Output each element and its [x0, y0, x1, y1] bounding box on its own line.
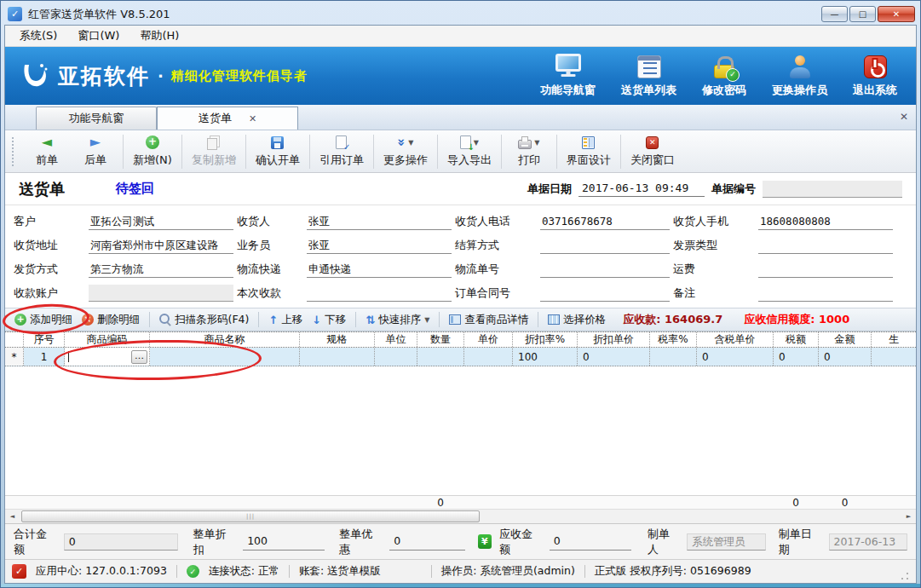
lookup-ellipsis-button[interactable]: …	[131, 350, 147, 364]
cell-discount-rate[interactable]: 100	[513, 348, 578, 366]
salesman-field[interactable]: 张亚	[307, 237, 452, 254]
col-cutoff[interactable]: 生	[872, 332, 916, 347]
tab-close-icon[interactable]: ✕	[249, 113, 256, 124]
select-price-button[interactable]: 选择价格	[545, 311, 608, 329]
cell-tax-rate[interactable]	[650, 348, 697, 366]
close-button[interactable]: ✕	[878, 6, 915, 22]
quick-sort-label: 快速排序	[378, 313, 421, 327]
invoice-field[interactable]	[758, 237, 893, 254]
col-price[interactable]: 单价	[464, 332, 513, 347]
col-product-code[interactable]: 商品编码	[65, 332, 150, 347]
import-export-button[interactable]: ▼ 导入导出	[441, 133, 498, 170]
quick-sort-button[interactable]: ⇅ 快速排序 ▼	[363, 311, 432, 329]
logistics-field[interactable]: 申通快递	[307, 261, 452, 278]
doc-discount-field[interactable]: 100	[243, 533, 325, 551]
receivable-amount-field[interactable]: 0	[550, 533, 631, 551]
col-discount-rate[interactable]: 折扣率%	[513, 332, 578, 347]
switch-operator-button[interactable]: 更换操作员	[772, 55, 827, 98]
waybill-field[interactable]	[540, 261, 670, 278]
power-icon	[864, 55, 887, 78]
change-password-button[interactable]: 修改密码	[702, 55, 746, 98]
exit-system-button[interactable]: 退出系统	[853, 55, 897, 98]
confirm-button[interactable]: 确认开单	[250, 133, 306, 170]
account-label: 收款账户	[14, 285, 85, 301]
cell-tax[interactable]: 0	[774, 348, 819, 366]
connection-ok-icon: ✓	[187, 565, 199, 578]
copy-new-button[interactable]: 复制新增	[186, 133, 242, 170]
cross-circle-icon: ×	[82, 314, 94, 326]
scan-barcode-button[interactable]: 扫描条形码(F4)	[157, 311, 251, 329]
address-field[interactable]: 河南省郑州市中原区建设路	[89, 237, 233, 254]
col-tax-price[interactable]: 含税单价	[697, 332, 774, 347]
cell-cutoff[interactable]	[872, 348, 916, 366]
col-spec[interactable]: 规格	[300, 332, 375, 347]
nav-window-button[interactable]: 功能导航窗	[540, 54, 596, 98]
cell-unit[interactable]	[375, 348, 417, 366]
cell-seq[interactable]: 1	[24, 348, 65, 366]
move-up-button[interactable]: ↑ 上移	[266, 311, 305, 329]
delivery-list-button[interactable]: 送货单列表	[621, 55, 676, 98]
menu-help[interactable]: 帮助(H)	[132, 26, 187, 46]
col-product-name[interactable]: 商品名称	[150, 332, 300, 347]
col-unit[interactable]: 单位	[375, 332, 417, 347]
col-seq[interactable]: 序号	[24, 332, 65, 347]
yen-icon[interactable]: ¥	[478, 534, 492, 549]
grid-row-1[interactable]: * 1 … 100 0 0 0 0	[5, 348, 916, 366]
delete-detail-button[interactable]: × 删除明细	[79, 311, 142, 329]
doc-no-field	[763, 181, 902, 198]
doc-date-field[interactable]: 2017-06-13 09:49	[579, 182, 705, 197]
scrollbar-thumb[interactable]: |||	[21, 510, 480, 522]
close-window-button[interactable]: ✕ 关闭窗口	[625, 133, 681, 170]
credit-limit-label: 应收信用额度:	[744, 313, 815, 326]
prev-doc-button[interactable]: ◄ 前单	[23, 133, 71, 170]
cell-amount[interactable]: 0	[819, 348, 872, 366]
remark-field[interactable]	[758, 285, 893, 302]
tab-nav-window[interactable]: 功能导航窗	[36, 107, 157, 130]
move-down-button[interactable]: ↓ 下移	[309, 311, 348, 329]
arrow-right-icon: ►	[90, 135, 101, 149]
cell-qty[interactable]	[417, 348, 464, 366]
phone-field[interactable]: 03716678678	[540, 213, 670, 230]
cell-product-code-editor[interactable]: …	[65, 348, 150, 366]
tab-delivery-note[interactable]: 送货单 ✕	[157, 107, 298, 130]
mobile-field[interactable]: 18608080808	[758, 213, 893, 230]
ref-order-button[interactable]: 引用订单	[314, 133, 370, 170]
contract-field[interactable]	[540, 285, 670, 302]
ui-design-button[interactable]: 界面设计	[561, 133, 617, 170]
cell-spec[interactable]	[300, 348, 375, 366]
cell-price[interactable]	[464, 348, 513, 366]
cell-discount-price[interactable]: 0	[578, 348, 650, 366]
add-detail-button[interactable]: + 添加明细	[12, 311, 75, 329]
more-actions-button[interactable]: »▼ 更多操作	[377, 133, 434, 170]
scroll-left-button[interactable]: ◄	[5, 510, 20, 523]
minimize-button[interactable]: —	[821, 6, 848, 22]
doc-offer-field[interactable]: 0	[389, 533, 465, 551]
print-button[interactable]: ▼ 打印	[505, 133, 553, 170]
consignee-field[interactable]: 张亚	[307, 213, 452, 230]
new-button[interactable]: + 新增(N)	[127, 133, 178, 170]
ship-method-field[interactable]: 第三方物流	[89, 261, 233, 278]
col-tax-rate[interactable]: 税率%	[650, 332, 697, 347]
next-doc-button[interactable]: ► 后单	[72, 133, 119, 170]
payment-field[interactable]	[307, 285, 452, 302]
cell-product-name[interactable]	[150, 348, 300, 366]
resize-grip[interactable]	[901, 572, 909, 580]
col-qty[interactable]: 数量	[417, 332, 464, 347]
tabstrip-close-icon[interactable]: ✕	[900, 111, 908, 123]
toolbar-grip[interactable]	[12, 137, 15, 166]
settle-field[interactable]	[540, 237, 670, 254]
grid-header-row: 序号 商品编码 商品名称 规格 单位 数量 单价 折扣率% 折扣单价 税率% 含…	[5, 331, 916, 348]
scrollbar-track[interactable]: |||	[20, 510, 901, 523]
toolbar-separator	[501, 135, 502, 169]
customer-field[interactable]: 亚拓公司测试	[89, 213, 233, 230]
col-amount[interactable]: 金额	[819, 332, 872, 347]
cell-tax-price[interactable]: 0	[697, 348, 774, 366]
col-discount-price[interactable]: 折扣单价	[578, 332, 650, 347]
scroll-right-button[interactable]: ►	[901, 510, 916, 523]
col-tax[interactable]: 税额	[774, 332, 819, 347]
menu-system[interactable]: 系统(S)	[12, 26, 65, 46]
view-product-button[interactable]: 查看商品详情	[446, 311, 531, 329]
restore-button[interactable]: □	[849, 6, 876, 22]
menu-window[interactable]: 窗口(W)	[70, 26, 127, 46]
freight-field[interactable]	[758, 261, 893, 278]
